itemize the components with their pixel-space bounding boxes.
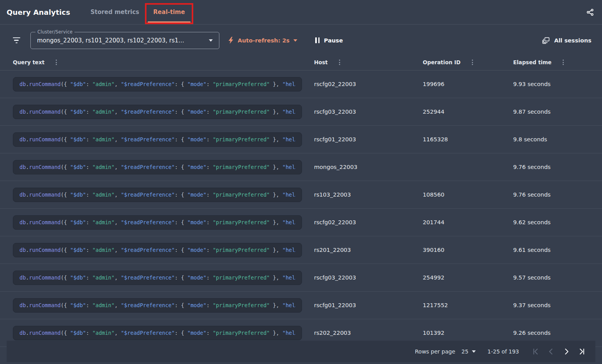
pause-icon bbox=[315, 37, 320, 43]
column-menu-icon[interactable] bbox=[338, 58, 341, 66]
query-text: db.runCommand({ "$db": "admin", "$readPr… bbox=[19, 81, 295, 87]
query-text: db.runCommand({ "$db": "admin", "$readPr… bbox=[19, 164, 295, 170]
operation-id-cell: 108560 bbox=[423, 192, 513, 198]
rows-per-page-value: 25 bbox=[461, 348, 468, 355]
operation-id-cell: 1217552 bbox=[423, 302, 513, 308]
tab-stored-metrics[interactable]: Stored metrics bbox=[88, 0, 141, 24]
table-row[interactable]: db.runCommand({ "$db": "admin", "$readPr… bbox=[0, 209, 602, 236]
column-menu-icon[interactable] bbox=[471, 58, 474, 66]
elapsed-time-cell: 9.26 seconds bbox=[513, 330, 595, 336]
chevron-down-icon bbox=[293, 39, 297, 42]
query-text-cell: db.runCommand({ "$db": "admin", "$readPr… bbox=[7, 243, 314, 257]
elapsed-time-cell: 9.8 seconds bbox=[513, 136, 595, 142]
column-menu-icon[interactable] bbox=[561, 58, 565, 66]
table-row[interactable]: db.runCommand({ "$db": "admin", "$readPr… bbox=[0, 153, 602, 181]
query-text: db.runCommand({ "$db": "admin", "$readPr… bbox=[19, 109, 295, 115]
first-page-button[interactable] bbox=[528, 344, 543, 359]
all-sessions-button[interactable]: All sessions bbox=[542, 36, 591, 45]
page-header: Query Analytics Stored metrics Real-time bbox=[0, 0, 602, 25]
last-page-button[interactable] bbox=[574, 344, 590, 359]
page-title: Query Analytics bbox=[7, 8, 70, 16]
elapsed-time-cell: 9.57 seconds bbox=[513, 274, 595, 281]
operation-id-cell: 252944 bbox=[423, 109, 513, 115]
query-code-chip[interactable]: db.runCommand({ "$db": "admin", "$readPr… bbox=[13, 160, 302, 174]
host-cell: rscfg03_22003 bbox=[314, 274, 423, 281]
query-text-cell: db.runCommand({ "$db": "admin", "$readPr… bbox=[7, 215, 314, 230]
elapsed-time-cell: 9.76 seconds bbox=[513, 164, 595, 170]
chevron-down-icon bbox=[209, 39, 213, 42]
table-row[interactable]: db.runCommand({ "$db": "admin", "$readPr… bbox=[0, 292, 602, 319]
auto-refresh-label: Auto-refresh: 2s bbox=[238, 37, 290, 44]
pause-label: Pause bbox=[324, 37, 343, 44]
host-cell: rscfg02_22003 bbox=[314, 81, 423, 87]
rows-per-page-select[interactable]: 25 bbox=[461, 348, 476, 355]
pause-button[interactable]: Pause bbox=[315, 37, 343, 44]
elapsed-time-cell: 9.37 seconds bbox=[513, 302, 595, 308]
query-text-cell: db.runCommand({ "$db": "admin", "$readPr… bbox=[7, 160, 314, 174]
lightning-icon bbox=[228, 37, 234, 44]
previous-page-button[interactable] bbox=[543, 344, 559, 359]
cluster-service-select[interactable]: Cluster/Service mongos_22003, rs101_2200… bbox=[30, 32, 219, 49]
host-cell: rscfg02_22003 bbox=[314, 219, 423, 225]
all-sessions-label: All sessions bbox=[554, 37, 591, 44]
active-tab-underline bbox=[148, 21, 190, 23]
next-page-button[interactable] bbox=[559, 344, 574, 359]
auto-refresh-control[interactable]: Auto-refresh: 2s bbox=[228, 37, 297, 44]
column-header-elapsed-time: Elapsed time bbox=[513, 58, 595, 66]
operation-id-cell: 101392 bbox=[423, 330, 513, 336]
query-text-cell: db.runCommand({ "$db": "admin", "$readPr… bbox=[7, 77, 314, 91]
query-code-chip[interactable]: db.runCommand({ "$db": "admin", "$readPr… bbox=[13, 243, 302, 257]
cluster-service-value: mongos_22003, rs101_22003, rs102_22003, … bbox=[37, 37, 209, 44]
column-header-host: Host bbox=[314, 58, 423, 66]
host-cell: rscfg01_22003 bbox=[314, 136, 423, 142]
query-text-cell: db.runCommand({ "$db": "admin", "$readPr… bbox=[7, 271, 314, 285]
table-row[interactable]: db.runCommand({ "$db": "admin", "$readPr… bbox=[0, 126, 602, 153]
sessions-stack-icon bbox=[542, 36, 550, 45]
query-code-chip[interactable]: db.runCommand({ "$db": "admin", "$readPr… bbox=[13, 132, 302, 147]
query-code-chip[interactable]: db.runCommand({ "$db": "admin", "$readPr… bbox=[13, 326, 302, 340]
query-text: db.runCommand({ "$db": "admin", "$readPr… bbox=[19, 274, 295, 281]
query-text-cell: db.runCommand({ "$db": "admin", "$readPr… bbox=[7, 105, 314, 119]
query-text: db.runCommand({ "$db": "admin", "$readPr… bbox=[19, 330, 295, 336]
tab-label: Real-time bbox=[153, 9, 185, 16]
elapsed-time-cell: 9.62 seconds bbox=[513, 219, 595, 225]
elapsed-time-cell: 9.93 seconds bbox=[513, 81, 595, 87]
query-text-cell: db.runCommand({ "$db": "admin", "$readPr… bbox=[7, 132, 314, 147]
query-code-chip[interactable]: db.runCommand({ "$db": "admin", "$readPr… bbox=[13, 105, 302, 119]
filter-icon[interactable] bbox=[12, 37, 21, 44]
query-code-chip[interactable]: db.runCommand({ "$db": "admin", "$readPr… bbox=[13, 298, 302, 313]
table-header: Query text Host Operation ID Elapsed tim… bbox=[0, 55, 602, 70]
header-spacer bbox=[192, 0, 586, 24]
column-menu-icon[interactable] bbox=[55, 58, 58, 66]
tab-real-time[interactable]: Real-time bbox=[151, 0, 187, 24]
cluster-service-label: Cluster/Service bbox=[35, 29, 74, 35]
query-code-chip[interactable]: db.runCommand({ "$db": "admin", "$readPr… bbox=[13, 215, 302, 230]
toolbar: Cluster/Service mongos_22003, rs101_2200… bbox=[0, 25, 602, 55]
query-text-cell: db.runCommand({ "$db": "admin", "$readPr… bbox=[7, 298, 314, 313]
table-row[interactable]: db.runCommand({ "$db": "admin", "$readPr… bbox=[0, 236, 602, 264]
elapsed-time-cell: 9.76 seconds bbox=[513, 192, 595, 198]
table-row[interactable]: db.runCommand({ "$db": "admin", "$readPr… bbox=[0, 181, 602, 209]
page-range-label: 1-25 of 193 bbox=[487, 348, 519, 355]
elapsed-time-cell: 9.61 seconds bbox=[513, 247, 595, 253]
query-text: db.runCommand({ "$db": "admin", "$readPr… bbox=[19, 302, 295, 308]
query-text: db.runCommand({ "$db": "admin", "$readPr… bbox=[19, 247, 295, 253]
table-row[interactable]: db.runCommand({ "$db": "admin", "$readPr… bbox=[0, 70, 602, 98]
query-code-chip[interactable]: db.runCommand({ "$db": "admin", "$readPr… bbox=[13, 271, 302, 285]
host-cell: rscfg01_22003 bbox=[314, 302, 423, 308]
table-row[interactable]: db.runCommand({ "$db": "admin", "$readPr… bbox=[0, 264, 602, 292]
share-button[interactable] bbox=[586, 8, 594, 16]
operation-id-cell: 254992 bbox=[423, 274, 513, 281]
host-cell: rscfg03_22003 bbox=[314, 109, 423, 115]
column-header-query-text: Query text bbox=[7, 58, 314, 66]
query-text-cell: db.runCommand({ "$db": "admin", "$readPr… bbox=[7, 188, 314, 202]
rows-per-page-label: Rows per page bbox=[415, 348, 455, 355]
operation-id-cell: 199696 bbox=[423, 81, 513, 87]
operation-id-cell: 201744 bbox=[423, 219, 513, 225]
query-code-chip[interactable]: db.runCommand({ "$db": "admin", "$readPr… bbox=[13, 77, 302, 91]
table-row[interactable]: db.runCommand({ "$db": "admin", "$readPr… bbox=[0, 98, 602, 126]
pagination-footer: Rows per page 25 1-25 of 193 bbox=[7, 341, 595, 362]
query-code-chip[interactable]: db.runCommand({ "$db": "admin", "$readPr… bbox=[13, 188, 302, 202]
operation-id-cell: 390160 bbox=[423, 247, 513, 253]
operation-id-cell: 1165328 bbox=[423, 136, 513, 142]
